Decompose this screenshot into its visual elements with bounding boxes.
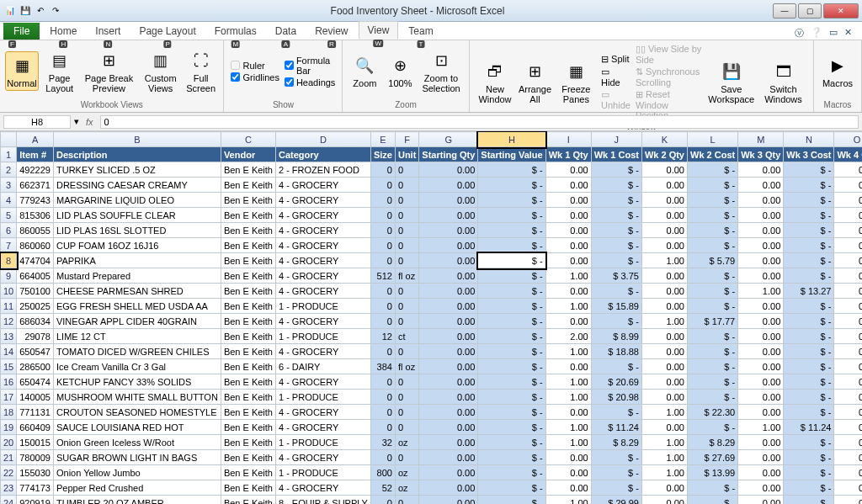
cell[interactable]: $ -: [688, 359, 738, 374]
page-break-button[interactable]: ⊞Page Break Preview: [80, 47, 137, 95]
cell[interactable]: 0.00: [419, 435, 478, 450]
cell[interactable]: $ -: [478, 480, 545, 496]
cell[interactable]: 1.00: [641, 405, 687, 420]
cell[interactable]: 1 - PRODUCE: [275, 465, 370, 480]
cell[interactable]: oz: [395, 465, 418, 480]
cell[interactable]: 0.00: [641, 162, 687, 178]
table-header-cell[interactable]: Item #: [17, 147, 54, 162]
split-button[interactable]: ⊟ Split: [601, 54, 631, 65]
cell[interactable]: 1.00: [545, 420, 591, 435]
cell[interactable]: 12: [370, 329, 395, 344]
cell[interactable]: TUMBLER 20 OZ AMBER: [53, 496, 221, 505]
normal-button[interactable]: ▦Normal: [5, 51, 39, 91]
save-icon[interactable]: 💾: [19, 4, 32, 18]
cell[interactable]: SUGAR BROWN LIGHT IN BAGS: [53, 450, 221, 465]
cell[interactable]: 0.00: [738, 465, 784, 480]
cell[interactable]: 779243: [17, 193, 54, 208]
row-header[interactable]: 21: [1, 450, 17, 465]
cell[interactable]: 0.00: [738, 193, 784, 208]
cell[interactable]: 0.00: [738, 435, 784, 450]
cell[interactable]: $ 13.27: [784, 284, 834, 299]
cell[interactable]: 0: [370, 374, 395, 390]
cell[interactable]: Ben E Keith: [221, 496, 275, 505]
row-header[interactable]: 5: [1, 208, 17, 223]
cell[interactable]: Ben E Keith: [221, 299, 275, 314]
maximize-button[interactable]: ▢: [798, 3, 822, 19]
cell[interactable]: 4 - GROCERY: [275, 480, 370, 496]
cell[interactable]: KETCHUP FANCY 33% SOLIDS: [53, 374, 221, 390]
select-all-corner[interactable]: [1, 132, 17, 147]
cell[interactable]: 0.00: [545, 193, 591, 208]
zoom-100-button[interactable]: ⊕100%: [383, 52, 417, 90]
cell[interactable]: fl oz: [395, 359, 418, 374]
minimize-ribbon-icon[interactable]: ⓥ: [795, 27, 804, 40]
cell[interactable]: 0.00: [834, 314, 862, 329]
cell[interactable]: $ 20.69: [591, 374, 641, 390]
cell[interactable]: 0: [370, 284, 395, 299]
cell[interactable]: 4 - GROCERY: [275, 450, 370, 465]
cell[interactable]: 860060: [17, 238, 54, 253]
cell[interactable]: 0.00: [738, 374, 784, 390]
cell[interactable]: 0: [370, 420, 395, 435]
cell[interactable]: 0: [395, 420, 418, 435]
cell[interactable]: 140005: [17, 390, 54, 405]
cell[interactable]: 4 - GROCERY: [275, 208, 370, 223]
cell[interactable]: Ben E Keith: [221, 208, 275, 223]
cell[interactable]: MUSHROOM WHITE SMALL BUTTON: [53, 390, 221, 405]
cell[interactable]: Onion Green Iceless W/Root: [53, 435, 221, 450]
row-header[interactable]: 13: [1, 329, 17, 344]
cell[interactable]: 1 - PRODUCE: [275, 390, 370, 405]
cell[interactable]: 0.00: [738, 405, 784, 420]
cell[interactable]: $ -: [478, 405, 545, 420]
cell[interactable]: 0.00: [641, 299, 687, 314]
cell[interactable]: Ben E Keith: [221, 450, 275, 465]
unhide-button[interactable]: ▭ Unhide: [601, 89, 631, 110]
cell[interactable]: $ -: [784, 314, 834, 329]
table-header-cell[interactable]: Description: [53, 147, 221, 162]
cell[interactable]: $ -: [784, 390, 834, 405]
cell[interactable]: 0: [370, 208, 395, 223]
cell[interactable]: $ -: [591, 193, 641, 208]
cell[interactable]: $ -: [784, 329, 834, 344]
cell[interactable]: 0: [370, 193, 395, 208]
cell[interactable]: 0.00: [738, 253, 784, 268]
cell[interactable]: 0.00: [545, 465, 591, 480]
name-box-dropdown-icon[interactable]: ▾: [74, 116, 79, 127]
table-header-cell[interactable]: Wk 2 Qty: [641, 147, 687, 162]
cell[interactable]: 815306: [17, 208, 54, 223]
macros-button[interactable]: ▶Macros: [819, 52, 856, 90]
col-header[interactable]: C: [221, 132, 275, 147]
cell[interactable]: 686034: [17, 314, 54, 329]
cell[interactable]: 650474: [17, 374, 54, 390]
col-header[interactable]: M: [738, 132, 784, 147]
cell[interactable]: 0.00: [545, 359, 591, 374]
row-header[interactable]: 8: [1, 253, 17, 268]
cell[interactable]: $ -: [478, 268, 545, 284]
cell[interactable]: PAPRIKA: [53, 253, 221, 268]
cell[interactable]: 0.00: [738, 208, 784, 223]
cell[interactable]: 0: [395, 374, 418, 390]
cell[interactable]: 0.00: [834, 450, 862, 465]
cell[interactable]: $ -: [688, 268, 738, 284]
row-header[interactable]: 3: [1, 178, 17, 193]
cell[interactable]: 0.00: [834, 193, 862, 208]
cell[interactable]: Ben E Keith: [221, 329, 275, 344]
file-tab[interactable]: FileF: [3, 23, 40, 40]
cell[interactable]: $ -: [478, 344, 545, 359]
cell[interactable]: $ -: [688, 208, 738, 223]
cell[interactable]: 0.00: [419, 344, 478, 359]
cell[interactable]: 0.00: [641, 496, 687, 505]
cell[interactable]: 0.00: [419, 208, 478, 223]
cell[interactable]: 0.00: [738, 268, 784, 284]
cell[interactable]: $ 27.69: [688, 450, 738, 465]
cell[interactable]: $ -: [688, 178, 738, 193]
col-header[interactable]: D: [275, 132, 370, 147]
cell[interactable]: 0.00: [419, 238, 478, 253]
cell[interactable]: 1.00: [738, 284, 784, 299]
cell[interactable]: Ben E Keith: [221, 390, 275, 405]
cell[interactable]: 0.00: [419, 178, 478, 193]
cell[interactable]: 0.00: [545, 178, 591, 193]
row-header[interactable]: 14: [1, 344, 17, 359]
cell[interactable]: 0: [370, 344, 395, 359]
cell[interactable]: $ 3.75: [591, 268, 641, 284]
